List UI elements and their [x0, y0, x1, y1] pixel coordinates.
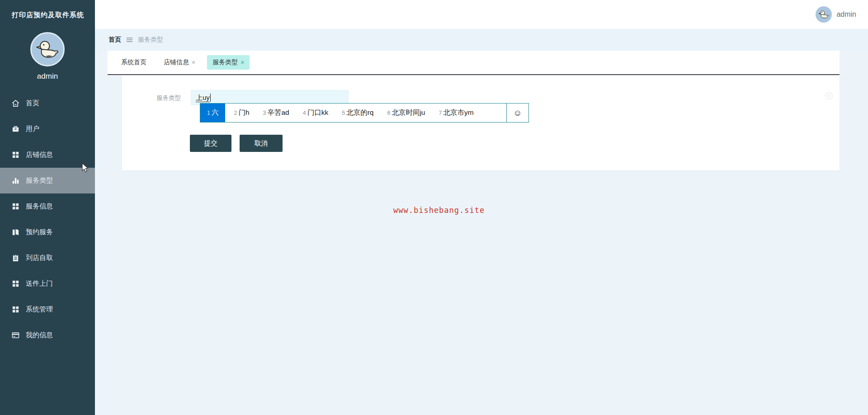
watermark-text: www.bishebang.site	[393, 206, 485, 215]
briefcase-icon	[11, 125, 20, 133]
sidebar-item-label: 到店自取	[26, 254, 53, 262]
service-type-form-card: 服务类型 上uy 1 六 2 门h 3 辛苦ad	[122, 75, 840, 170]
ime-candidate-7[interactable]: 7 北京市ym	[439, 104, 473, 122]
card-icon	[11, 331, 20, 340]
app-title: 打印店预约及取件系统	[0, 0, 95, 19]
topbar-avatar	[816, 6, 832, 23]
clear-input-icon[interactable]	[825, 92, 833, 100]
sidebar-username: admin	[0, 72, 95, 81]
clipboard-icon	[11, 254, 20, 262]
duck-avatar-icon	[33, 34, 62, 64]
ime-composition-text: 上uy	[196, 94, 210, 102]
sidebar-item-system-mgmt[interactable]: 系统管理	[0, 297, 95, 322]
ime-candidate-text: 北京市ym	[443, 108, 473, 118]
sidebar-item-label: 预约服务	[26, 228, 53, 236]
tab-shop-info[interactable]: 店铺信息 ×	[158, 55, 201, 70]
ime-candidate-index: 6	[387, 110, 390, 116]
cancel-button[interactable]: 取消	[240, 135, 283, 152]
ime-candidate-index: 7	[439, 110, 442, 116]
breadcrumb-home[interactable]: 首页	[108, 36, 121, 44]
tab-system-home[interactable]: 系统首页	[116, 55, 152, 70]
sidebar-item-delivery[interactable]: 送件上门	[0, 271, 95, 297]
ime-candidate-index: 1	[207, 110, 210, 116]
tab-label: 系统首页	[121, 58, 146, 66]
ime-candidate-5[interactable]: 5 北京的rq	[342, 104, 373, 122]
ime-candidate-index: 5	[342, 110, 345, 116]
sidebar-item-label: 送件上门	[26, 279, 53, 288]
sidebar-item-label: 店铺信息	[26, 151, 53, 159]
sidebar-item-label: 服务类型	[26, 176, 53, 185]
topbar-user-menu[interactable]: admin	[816, 6, 856, 23]
sidebar-menu: 首页 用户 店铺信息 服务类型	[0, 90, 95, 348]
sidebar-item-service-type[interactable]: 服务类型	[0, 168, 95, 193]
ime-candidate-index: 4	[303, 110, 306, 116]
ime-candidate-text: 门h	[238, 108, 249, 118]
ime-candidate-text: 六	[212, 108, 219, 118]
sidebar-item-reservation[interactable]: 预约服务	[0, 219, 95, 245]
bar-chart-icon	[11, 176, 20, 185]
grid-icon	[11, 305, 20, 314]
sidebar-item-my-info[interactable]: 我的信息	[0, 322, 95, 348]
sidebar: 打印店预约及取件系统 admin 首页	[0, 0, 95, 415]
text-caret	[210, 94, 211, 102]
sidebar-item-label: 首页	[26, 99, 39, 108]
sidebar-item-label: 用户	[26, 125, 39, 133]
topbar: admin	[95, 0, 868, 29]
ime-candidate-6[interactable]: 6 北京时间ju	[387, 104, 425, 122]
breadcrumb: 首页 服务类型	[95, 29, 868, 51]
grid-icon	[11, 151, 20, 159]
sidebar-item-label: 我的信息	[26, 331, 53, 340]
ime-candidate-index: 2	[234, 110, 237, 116]
ime-gap	[225, 104, 234, 122]
ime-candidate-text: 北京的rq	[346, 108, 373, 118]
ime-candidate-text: 辛苦ad	[267, 108, 289, 118]
ime-candidate-3[interactable]: 3 辛苦ad	[263, 104, 289, 122]
tab-service-type[interactable]: 服务类型 ×	[207, 55, 250, 70]
ime-candidate-text: 北京时间ju	[392, 108, 425, 118]
ime-candidate-index: 3	[263, 110, 266, 116]
grid-icon	[11, 202, 20, 211]
grid-icon	[11, 279, 20, 288]
app-root: 打印店预约及取件系统 admin 首页	[0, 0, 868, 415]
book-icon	[11, 228, 20, 236]
ime-candidate-4[interactable]: 4 门口kk	[303, 104, 328, 122]
smiley-icon: ☺	[513, 108, 522, 118]
submit-button[interactable]: 提交	[190, 135, 231, 152]
sidebar-item-users[interactable]: 用户	[0, 116, 95, 142]
close-icon[interactable]: ×	[241, 59, 244, 66]
ime-candidate-1[interactable]: 1 六	[200, 104, 225, 122]
sidebar-item-label: 系统管理	[26, 305, 53, 314]
sidebar-item-store-pickup[interactable]: 到店自取	[0, 245, 95, 271]
sidebar-item-shop-info[interactable]: 店铺信息	[0, 142, 95, 168]
sidebar-item-home[interactable]: 首页	[0, 90, 95, 116]
breadcrumb-current: 服务类型	[138, 36, 163, 44]
close-icon[interactable]: ×	[192, 59, 195, 66]
ime-emoji-button[interactable]: ☺	[506, 104, 528, 122]
sidebar-item-service-info[interactable]: 服务信息	[0, 193, 95, 219]
main-area: admin 首页 服务类型 系统首页 店铺信息 × 服务类型 × 服务类型	[95, 0, 868, 415]
tab-label: 店铺信息	[164, 58, 189, 66]
sidebar-item-label: 服务信息	[26, 202, 53, 211]
ime-candidate-2[interactable]: 2 门h	[234, 104, 249, 122]
tab-label: 服务类型	[212, 58, 238, 66]
topbar-username: admin	[836, 10, 856, 19]
tab-bar: 系统首页 店铺信息 × 服务类型 ×	[108, 51, 840, 75]
home-icon	[11, 99, 20, 108]
service-type-label: 服务类型	[122, 94, 181, 102]
ime-candidate-window: 1 六 2 门h 3 辛苦ad 4 门口kk 5 北京的r	[200, 103, 529, 123]
duck-avatar-icon	[817, 8, 830, 21]
breadcrumb-separator-icon	[127, 38, 132, 42]
user-avatar[interactable]	[30, 32, 65, 66]
ime-candidate-text: 门口kk	[307, 108, 329, 118]
